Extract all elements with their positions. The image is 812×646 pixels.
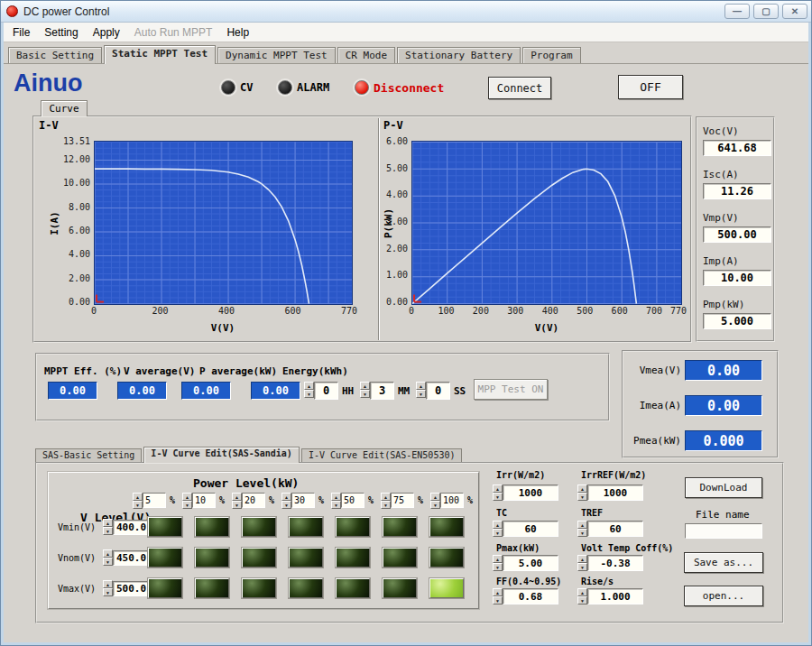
spinner-arrows-icon[interactable]: ▲▼ (304, 382, 314, 400)
tab-curve[interactable]: Curve (41, 100, 88, 116)
tab-iv-curve-edit-sas-sandia[interactable]: I-V Curve Edit(SAS-Sandia) (143, 447, 300, 463)
spinner-arrows-icon[interactable]: ▲▼ (331, 493, 341, 509)
power-level-value[interactable]: 75 (391, 493, 414, 508)
power-led-button[interactable] (336, 548, 370, 568)
power-led-button[interactable] (429, 517, 464, 537)
power-level-stepper[interactable]: ▲▼ 50 % (331, 493, 374, 508)
power-level-stepper[interactable]: ▲▼ 5 % (133, 493, 175, 508)
close-button[interactable]: ✕ (782, 4, 807, 19)
power-led-button[interactable] (429, 548, 464, 568)
power-level-value[interactable]: 20 (242, 493, 265, 508)
power-level-value[interactable]: 100 (440, 493, 464, 508)
hours-value[interactable]: 0 (314, 382, 338, 400)
power-led-button[interactable] (148, 548, 182, 568)
power-level-stepper[interactable]: ▲▼ 75 % (381, 493, 423, 508)
tab-stationary-battery[interactable]: Stationary Battery (397, 47, 521, 63)
maximize-button[interactable]: ▢ (753, 4, 779, 19)
menu-apply[interactable]: Apply (87, 24, 126, 41)
volt-temp-coff-value[interactable]: -0.38 (587, 555, 643, 571)
spinner-arrows-icon[interactable]: ▲▼ (493, 521, 503, 537)
power-led-button[interactable] (336, 578, 370, 598)
spinner-arrows-icon[interactable]: ▲▼ (577, 484, 587, 501)
save-as-button[interactable]: Save as... (684, 552, 763, 573)
power-led-button[interactable] (336, 517, 370, 537)
power-level-value[interactable]: 30 (291, 493, 315, 508)
spinner-arrows-icon[interactable]: ▲▼ (103, 580, 113, 596)
power-led-button[interactable] (289, 548, 323, 568)
power-level-stepper[interactable]: ▲▼ 30 % (281, 493, 324, 508)
spinner-arrows-icon[interactable]: ▲▼ (493, 555, 503, 571)
power-led-button[interactable] (148, 578, 182, 598)
irr-value[interactable]: 1000 (503, 484, 558, 501)
menu-help[interactable]: Help (220, 24, 255, 41)
rise-value[interactable]: 1.000 (587, 588, 643, 604)
power-led-button[interactable] (195, 548, 229, 568)
tab-cr-mode[interactable]: CR Mode (337, 47, 395, 63)
download-button[interactable]: DownLoad (685, 477, 762, 498)
power-led-button[interactable] (195, 578, 229, 598)
seconds-stepper[interactable]: ▲▼ 0 (416, 382, 450, 400)
spinner-arrows-icon[interactable]: ▲▼ (232, 493, 242, 509)
spinner-arrows-icon[interactable]: ▲▼ (430, 493, 440, 509)
spinner-arrows-icon[interactable]: ▲▼ (281, 493, 291, 509)
pmax-stepper[interactable]: ▲▼ 5.00 (493, 555, 558, 571)
file-name-input[interactable] (685, 523, 762, 539)
hours-stepper[interactable]: ▲▼ 0 (304, 382, 338, 400)
menu-file[interactable]: File (6, 24, 36, 41)
spinner-arrows-icon[interactable]: ▲▼ (133, 493, 143, 509)
tref-stepper[interactable]: ▲▼ 60 (577, 521, 643, 537)
tab-basic-setting[interactable]: Basic Setting (8, 47, 102, 63)
spinner-arrows-icon[interactable]: ▲▼ (103, 519, 113, 535)
tab-iv-curve-edit-sas-en50530[interactable]: I-V Curve Edit(SAS-EN50530) (301, 448, 463, 462)
rise-stepper[interactable]: ▲▼ 1.000 (577, 588, 643, 604)
menu-setting[interactable]: Setting (38, 24, 84, 41)
spinner-arrows-icon[interactable]: ▲▼ (416, 382, 426, 400)
spinner-arrows-icon[interactable]: ▲▼ (577, 555, 587, 571)
ff-value[interactable]: 0.68 (503, 588, 558, 604)
tc-stepper[interactable]: ▲▼ 60 (493, 521, 558, 537)
spinner-arrows-icon[interactable]: ▲▼ (103, 549, 113, 566)
open-button[interactable]: open... (684, 586, 763, 606)
power-level-value[interactable]: 50 (341, 493, 364, 508)
power-led-button[interactable] (383, 517, 417, 537)
power-level-stepper[interactable]: ▲▼ 100 % (430, 493, 473, 508)
tab-program[interactable]: Program (522, 47, 580, 63)
seconds-value[interactable]: 0 (426, 382, 450, 400)
power-led-button[interactable] (242, 517, 276, 537)
off-button[interactable]: OFF (618, 75, 683, 99)
tab-static-mppt-test[interactable]: Static MPPT Test (104, 45, 216, 64)
irrref-value[interactable]: 1000 (587, 484, 643, 501)
spinner-arrows-icon[interactable]: ▲▼ (360, 382, 370, 400)
connect-button[interactable]: Connect (488, 77, 551, 99)
spinner-arrows-icon[interactable]: ▲▼ (577, 521, 587, 537)
spinner-arrows-icon[interactable]: ▲▼ (577, 588, 587, 604)
power-led-button[interactable] (195, 517, 229, 537)
power-level-value[interactable]: 5 (143, 493, 166, 508)
power-led-button[interactable] (242, 548, 276, 568)
volt-temp-coff-stepper[interactable]: ▲▼ -0.38 (577, 555, 643, 571)
power-level-stepper[interactable]: ▲▼ 10 % (182, 493, 225, 508)
irr-stepper[interactable]: ▲▼ 1000 (493, 484, 558, 501)
power-led-button[interactable] (383, 548, 417, 568)
spinner-arrows-icon[interactable]: ▲▼ (493, 484, 503, 501)
pmax-value[interactable]: 5.00 (503, 555, 558, 571)
power-led-button[interactable] (383, 578, 417, 598)
power-level-value[interactable]: 10 (192, 493, 216, 508)
power-led-button[interactable] (242, 578, 276, 598)
power-level-stepper[interactable]: ▲▼ 20 % (232, 493, 274, 508)
power-led-button[interactable] (429, 578, 464, 598)
minimize-button[interactable]: — (724, 4, 750, 19)
irrref-stepper[interactable]: ▲▼ 1000 (577, 484, 643, 501)
tab-sas-basic-setting[interactable]: SAS-Basic Setting (35, 448, 142, 462)
tref-value[interactable]: 60 (587, 521, 643, 537)
power-led-button[interactable] (289, 578, 323, 598)
spinner-arrows-icon[interactable]: ▲▼ (381, 493, 391, 509)
tc-value[interactable]: 60 (503, 521, 558, 537)
spinner-arrows-icon[interactable]: ▲▼ (493, 588, 503, 604)
power-led-button[interactable] (289, 517, 323, 537)
minutes-stepper[interactable]: ▲▼ 3 (360, 382, 394, 400)
minutes-value[interactable]: 3 (370, 382, 394, 400)
ff-stepper[interactable]: ▲▼ 0.68 (493, 588, 558, 604)
tab-dynamic-mppt-test[interactable]: Dynamic MPPT Test (217, 47, 336, 63)
title-bar[interactable]: DC power Control — ▢ ✕ (1, 1, 812, 23)
